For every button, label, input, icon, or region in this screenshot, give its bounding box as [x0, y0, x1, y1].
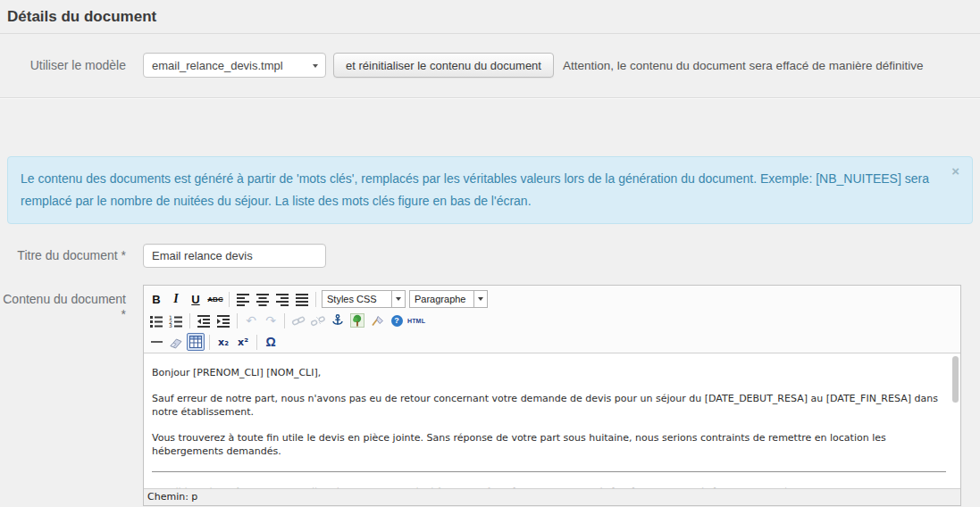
html-source-button[interactable]: HTML	[407, 312, 425, 329]
template-row: Utiliser le modèle email_relance_devis.t…	[0, 53, 980, 78]
format-dropdown[interactable]: Paragraphe	[409, 290, 488, 308]
toolbar-row-1: B I U ABC Styles CSS	[147, 288, 958, 310]
insert-table-button[interactable]	[187, 333, 205, 351]
close-icon[interactable]: ×	[951, 165, 959, 178]
toolbar-separator	[189, 313, 190, 328]
cleanup-button[interactable]	[368, 312, 386, 329]
italic-button[interactable]: I	[167, 290, 185, 308]
align-justify-icon	[295, 292, 309, 306]
italic-icon: I	[173, 292, 178, 306]
anchor-button[interactable]	[329, 312, 347, 329]
scrollbar-thumb[interactable]	[952, 356, 959, 403]
strikethrough-icon: ABC	[207, 295, 222, 303]
dropdown-arrow[interactable]	[473, 290, 488, 308]
help-icon: ?	[391, 315, 403, 327]
align-justify-button[interactable]	[293, 290, 311, 308]
underline-icon: U	[191, 293, 199, 306]
anchor-icon	[331, 313, 345, 328]
styles-dropdown[interactable]: Styles CSS	[322, 290, 406, 308]
eraser-icon	[169, 335, 183, 349]
html-icon: HTML	[407, 318, 425, 324]
strikethrough-button[interactable]: ABC	[206, 290, 224, 308]
subscript-icon: x₂	[218, 337, 229, 348]
horizontal-rule-icon	[151, 341, 163, 343]
template-select-value: email_relance_devis.tmpl	[152, 59, 283, 72]
align-left-button[interactable]	[234, 290, 252, 308]
toolbar-separator	[284, 313, 285, 328]
outdent-icon	[197, 313, 211, 328]
align-left-icon	[236, 292, 250, 306]
content-row: Contenu du document * B I U ABC	[0, 285, 980, 506]
bullet-list-button[interactable]	[147, 312, 165, 329]
indent-icon	[216, 313, 230, 328]
remove-link-button[interactable]	[309, 312, 327, 329]
info-box: Le contenu des documents est généré à pa…	[7, 156, 973, 224]
undo-icon: ↶	[246, 313, 256, 328]
broom-icon	[370, 313, 384, 328]
omega-icon: Ω	[265, 335, 275, 349]
horizontal-rule-button[interactable]	[147, 333, 165, 351]
toolbar-row-2: 123 ↶ ↷	[147, 310, 958, 331]
paragraph-fr-1: Bonjour [PRENOM_CLI] [NOM_CLI],	[152, 366, 948, 379]
title-label: Titre du document *	[0, 248, 143, 263]
outdent-button[interactable]	[195, 312, 213, 329]
toolbar-row-3: x₂ x² Ω	[147, 331, 958, 353]
insert-image-button[interactable]	[348, 312, 366, 329]
reset-content-button[interactable]: et réinitialiser le contenu du document	[333, 53, 554, 78]
table-icon	[189, 336, 202, 348]
content-divider	[152, 471, 946, 472]
superscript-icon: x²	[238, 337, 248, 348]
undo-button[interactable]: ↶	[242, 312, 260, 329]
toolbar-separator	[315, 292, 316, 307]
help-button[interactable]: ?	[388, 312, 406, 329]
editor-toolbar: B I U ABC Styles CSS	[144, 286, 960, 353]
styles-dropdown-value: Styles CSS	[322, 290, 391, 308]
align-right-icon	[275, 292, 289, 306]
rich-text-editor: B I U ABC Styles CSS	[143, 285, 961, 506]
template-select[interactable]: email_relance_devis.tmpl	[143, 53, 326, 78]
svg-text:3: 3	[169, 322, 172, 328]
title-row: Titre du document *	[0, 244, 980, 268]
paragraph-fr-2: Sauf erreur de notre part, nous n'avons …	[152, 392, 948, 419]
underline-button[interactable]: U	[187, 290, 205, 308]
bold-button[interactable]: B	[147, 290, 165, 308]
info-box-text: Le contenu des documents est généré à pa…	[21, 171, 929, 208]
content-label: Contenu du document *	[0, 285, 143, 322]
page-title: Détails du document	[0, 0, 980, 34]
toolbar-separator	[256, 335, 257, 350]
chevron-down-icon	[478, 297, 483, 301]
special-char-button[interactable]: Ω	[262, 333, 280, 351]
numbered-list-icon: 123	[169, 313, 183, 328]
chevron-down-icon	[396, 297, 401, 301]
editor-content[interactable]: Bonjour [PRENOM_CLI] [NOM_CLI], Sauf err…	[144, 353, 960, 488]
superscript-button[interactable]: x²	[234, 333, 252, 351]
chevron-down-icon	[313, 64, 318, 68]
unlink-icon	[311, 313, 325, 328]
format-dropdown-value: Paragraphe	[409, 290, 473, 308]
image-tree-icon	[350, 313, 364, 328]
align-right-button[interactable]	[273, 290, 291, 308]
toolbar-separator	[237, 313, 238, 328]
bold-icon: B	[152, 293, 160, 306]
toolbar-separator	[229, 292, 230, 307]
paragraph-en-1: We did not hear from you regarding the q…	[152, 486, 948, 488]
insert-link-button[interactable]	[289, 312, 307, 329]
indent-button[interactable]	[214, 312, 232, 329]
redo-icon: ↷	[265, 313, 276, 328]
reset-warning-text: Attention, le contenu du document sera e…	[563, 59, 924, 72]
numbered-list-button[interactable]: 123	[167, 312, 185, 329]
redo-button[interactable]: ↷	[262, 312, 280, 329]
link-icon	[291, 313, 306, 328]
toolbar-separator	[209, 335, 210, 350]
document-title-input[interactable]	[143, 244, 326, 268]
bullet-list-icon	[149, 313, 163, 328]
subscript-button[interactable]: x₂	[214, 333, 232, 351]
template-label: Utiliser le modèle	[0, 58, 143, 73]
align-center-icon	[255, 292, 270, 306]
editor-status-bar: Chemin: p	[144, 488, 960, 505]
dropdown-arrow[interactable]	[391, 290, 406, 308]
align-center-button[interactable]	[254, 290, 272, 308]
section-divider	[0, 97, 980, 99]
remove-format-button[interactable]	[167, 333, 185, 351]
paragraph-fr-3: Vous trouverez à toute fin utile le devi…	[152, 431, 948, 458]
